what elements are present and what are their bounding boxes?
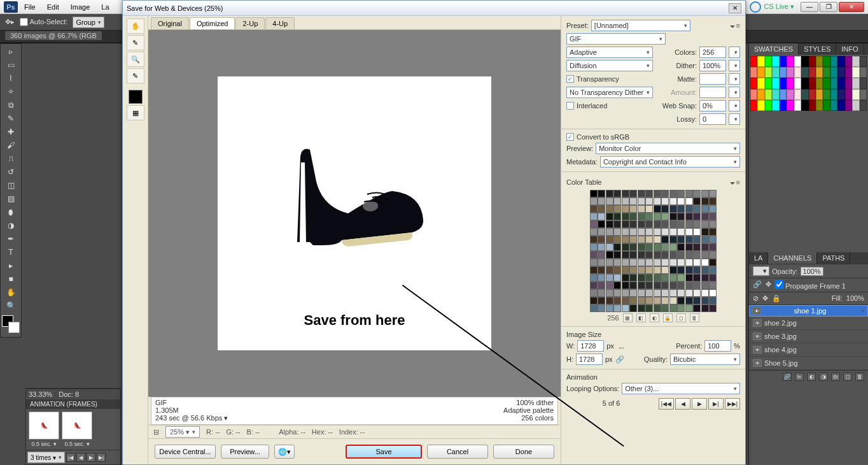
fx-icon[interactable]: fx — [795, 373, 804, 381]
visibility-icon[interactable]: 👁 — [753, 319, 762, 327]
tab-4up[interactable]: 4-Up — [265, 17, 295, 29]
preview-area[interactable]: Save from here — [148, 30, 561, 397]
play-icon[interactable]: ▶ — [87, 453, 95, 462]
ct-btn-1[interactable]: ▦ — [623, 313, 633, 322]
maximize-icon[interactable]: ❐ — [820, 2, 837, 12]
prev-frame-button[interactable]: ◀ — [675, 398, 690, 410]
tab-2up[interactable]: 2-Up — [235, 17, 265, 29]
interlaced-checkbox[interactable] — [566, 102, 574, 110]
menu-edit[interactable]: Edit — [42, 2, 64, 12]
anim-frame-2[interactable]: 👠0.5 sec. ▾ — [62, 411, 92, 447]
shape-tool-icon[interactable]: ■ — [2, 273, 20, 285]
zoom-select[interactable]: 25% ▾ — [165, 426, 200, 438]
tab-styles[interactable]: STYLES — [799, 43, 836, 55]
preset-select[interactable]: [Unnamed] — [591, 20, 690, 31]
color-table-grid[interactable] — [590, 190, 717, 312]
colors-stepper[interactable] — [729, 46, 740, 58]
doc-zoom[interactable]: 33.33% — [29, 390, 52, 398]
ct-btn-2[interactable]: ◧ — [636, 313, 646, 322]
cancel-button[interactable]: Cancel — [427, 445, 488, 459]
menu-file[interactable]: File — [19, 2, 41, 12]
percent-field[interactable]: 100 — [704, 340, 731, 352]
fill-field[interactable]: 100% — [846, 294, 864, 303]
ct-btn-4[interactable]: 🔒 — [663, 313, 673, 322]
slice-select-icon[interactable]: ✎ — [127, 35, 144, 50]
mask-icon[interactable]: ◐ — [807, 373, 816, 381]
optimize-menu-icon[interactable] — [730, 22, 740, 29]
path-select-icon[interactable]: ▸ — [2, 259, 20, 272]
play-button[interactable]: ▶ — [692, 398, 707, 410]
wand-tool-icon[interactable]: ✧ — [2, 85, 20, 98]
hand-tool-icon[interactable]: ✋ — [127, 18, 144, 34]
visibility-icon[interactable]: 👁 — [752, 307, 761, 315]
done-button[interactable]: Done — [493, 445, 554, 459]
type-tool-icon[interactable]: T — [2, 246, 20, 259]
websnap-field[interactable]: 0% — [699, 100, 726, 111]
last-frame-button[interactable]: ▶▶| — [725, 398, 740, 410]
dodge-tool-icon[interactable]: ◑ — [2, 219, 20, 232]
hand-tool-icon[interactable]: ✋ — [2, 286, 20, 299]
websnap-stepper[interactable] — [729, 100, 740, 111]
opacity-field[interactable]: 100% — [801, 267, 823, 276]
colors-field[interactable]: 256 — [699, 46, 726, 58]
constrain-icon[interactable]: ⎵ — [619, 342, 624, 350]
slice-visibility-icon[interactable]: ▦ — [127, 105, 144, 120]
visibility-icon[interactable]: 👁 — [753, 333, 762, 340]
lasso-tool-icon[interactable]: ⌇ — [2, 72, 20, 85]
eraser-tool-icon[interactable]: ◫ — [2, 179, 20, 192]
lossy-stepper[interactable] — [729, 113, 740, 125]
info-time[interactable]: 243 sec @ 56.6 Kbps ▾ — [155, 414, 228, 422]
looping-select[interactable]: Other (3)... — [622, 383, 740, 394]
auto-select-checkbox[interactable]: Auto-Select: — [20, 18, 67, 27]
dialog-close-icon[interactable]: ✕ — [729, 3, 741, 13]
brush-tool-icon[interactable]: 🖌 — [2, 139, 20, 152]
prev-frame-icon[interactable]: ◀ — [76, 453, 85, 462]
tab-original[interactable]: Original — [151, 17, 189, 29]
close-icon[interactable]: ✕ — [839, 2, 864, 12]
marquee-tool-icon[interactable]: ▭ — [2, 59, 20, 71]
dither-stepper[interactable] — [729, 60, 740, 71]
stamp-tool-icon[interactable]: ⎍ — [2, 152, 20, 165]
tab-channels[interactable]: CHANNELS — [768, 252, 817, 264]
minimize-icon[interactable]: — — [801, 2, 818, 12]
eyedropper-color[interactable] — [129, 90, 143, 104]
move-tool-icon[interactable]: ✥▸ — [5, 18, 15, 26]
tab-paths[interactable]: PATHS — [817, 252, 850, 264]
link-wh-icon[interactable]: 🔗 — [615, 355, 624, 364]
browser-preview-icon[interactable]: 🌐▾ — [274, 445, 295, 459]
ct-trash-icon[interactable]: 🗑 — [690, 313, 699, 322]
layer-row[interactable]: 👁shoe 1.jpg — [749, 305, 868, 317]
folder-icon[interactable]: 🗀 — [831, 373, 840, 381]
pen-tool-icon[interactable]: ✒ — [2, 232, 20, 245]
visibility-icon[interactable]: 👁 — [753, 359, 762, 367]
propagate-checkbox[interactable]: Propagate Frame 1 — [775, 280, 846, 290]
gradient-tool-icon[interactable]: ▤ — [2, 192, 20, 205]
metadata-select[interactable]: Copyright and Contact Info — [600, 156, 740, 168]
color-table-menu-icon[interactable] — [730, 178, 740, 186]
preview-button[interactable]: Preview... — [221, 445, 269, 459]
next-frame-icon[interactable]: ▶| — [97, 453, 106, 462]
lossy-field[interactable]: 0 — [699, 113, 726, 125]
crop-tool-icon[interactable]: ⧉ — [2, 99, 20, 111]
layer-row[interactable]: 👁Shoe 5.jpg — [749, 357, 868, 370]
reduction-select[interactable]: Adaptive — [566, 46, 653, 58]
ct-new-icon[interactable]: ◻ — [676, 313, 686, 322]
matte-field[interactable] — [699, 73, 726, 85]
save-button[interactable]: Save — [346, 445, 422, 459]
document-tab[interactable]: 360 images @ 66.7% (RGB — [5, 31, 102, 40]
matte-picker[interactable] — [729, 73, 740, 85]
menu-layer[interactable]: La — [96, 2, 114, 12]
trans-dither-select[interactable]: No Transparency Dither — [566, 87, 653, 98]
blend-mode-select[interactable]: ▾ — [753, 266, 769, 276]
width-field[interactable]: 1728 — [577, 340, 604, 352]
cslive-button[interactable]: CS Live ▾ — [745, 0, 799, 14]
quality-select[interactable]: Bicubic — [670, 354, 740, 365]
new-layer-icon[interactable]: ◻ — [843, 373, 852, 381]
visibility-icon[interactable]: 👁 — [753, 346, 762, 354]
next-frame-button[interactable]: ▶| — [708, 398, 724, 410]
auto-select-target[interactable]: Group — [73, 17, 104, 28]
tab-optimized[interactable]: Optimized — [190, 17, 235, 29]
adjust-icon[interactable]: ◑ — [819, 373, 828, 381]
layer-row[interactable]: 👁shoe 3.jpg — [749, 330, 868, 343]
first-frame-button[interactable]: |◀◀ — [659, 398, 674, 410]
